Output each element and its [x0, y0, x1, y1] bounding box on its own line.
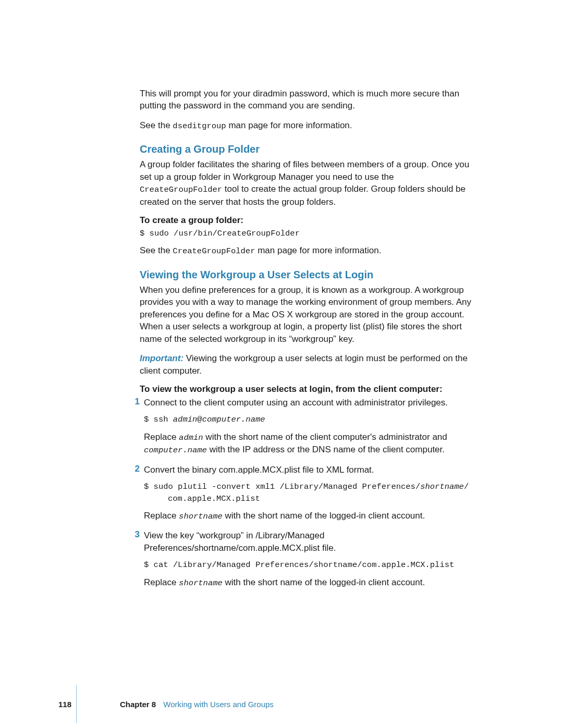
heading-creating-group-folder: Creating a Group Folder: [140, 143, 479, 155]
text: with the short name of the logged-in cli…: [223, 577, 425, 587]
chapter-label: Chapter 8: [120, 700, 156, 709]
important-note: Important: Viewing the workgroup a user …: [140, 352, 479, 377]
step1-text: Connect to the client computer using an …: [144, 397, 479, 409]
intro-paragraph-1: This will prompt you for your diradmin p…: [140, 88, 479, 112]
page-number: 118: [58, 700, 71, 709]
chapter-reference: Chapter 8 Working with Users and Groups: [120, 700, 274, 709]
intro-paragraph-2: See the dseditgroup man page for more in…: [140, 119, 479, 132]
step1-replace: Replace admin with the short name of the…: [144, 431, 479, 456]
chapter-title: Working with Users and Groups: [163, 700, 273, 709]
code-ssh: $ ssh admin@computer.name: [144, 414, 479, 425]
subhead-view-workgroup: To view the workgroup a user selects at …: [140, 384, 479, 394]
document-page: This will prompt you for your diradmin p…: [0, 0, 563, 728]
step-3: 3 View the key “workgroup” in /Library/M…: [140, 529, 479, 594]
text: Replace: [144, 511, 179, 521]
code-plutil: $ sudo plutil -convert xml1 /Library/Man…: [144, 481, 479, 504]
step3-text: View the key “workgroup” in /Library/Man…: [144, 529, 479, 554]
section1-paragraph-1: A group folder facilitates the sharing o…: [140, 158, 479, 208]
text: with the short name of the client comput…: [203, 432, 447, 442]
code-create-group-folder: $ sudo /usr/bin/CreateGroupFolder: [140, 228, 479, 239]
inline-code-dseditgroup: dseditgroup: [173, 121, 226, 131]
step2-replace: Replace shortname with the short name of…: [144, 510, 479, 522]
step-body: Convert the binary com.apple.MCX.plist f…: [144, 464, 479, 528]
code-line2: com.apple.MCX.plist: [144, 493, 479, 504]
section2-paragraph-1: When you define preferences for a group,…: [140, 284, 479, 345]
step2-text: Convert the binary com.apple.MCX.plist f…: [144, 464, 479, 476]
page-footer: 118 Chapter 8 Working with Users and Gro…: [0, 685, 563, 728]
step-2: 2 Convert the binary com.apple.MCX.plist…: [140, 464, 479, 528]
code-var-shortname: shortname: [420, 482, 464, 491]
inline-var-admin: admin: [179, 433, 203, 442]
footer-divider: [76, 685, 77, 723]
inline-var-computer-name: computer.name: [144, 446, 207, 455]
text: See the: [140, 120, 173, 130]
step-number: 1: [128, 397, 144, 407]
step-number: 3: [128, 529, 144, 540]
code-var-admin: admin: [173, 415, 198, 424]
text: with the short name of the logged-in cli…: [223, 511, 425, 521]
text: man page for more information.: [226, 120, 352, 130]
heading-viewing-workgroup: Viewing the Workgroup a User Selects at …: [140, 269, 479, 281]
step-body: Connect to the client computer using an …: [144, 397, 479, 462]
text: See the: [140, 245, 173, 255]
code-cat: $ cat /Library/Managed Preferences/short…: [144, 559, 479, 571]
text: @: [197, 415, 202, 424]
text: Replace: [144, 432, 179, 442]
text: A group folder facilitates the sharing o…: [140, 159, 469, 181]
text: with the IP address or the DNS name of t…: [207, 445, 445, 454]
inline-code-creategroupfolder: CreateGroupFolder: [140, 185, 222, 194]
step-1: 1 Connect to the client computer using a…: [140, 397, 479, 462]
text: $ ssh: [144, 415, 173, 424]
inline-var-shortname: shortname: [179, 512, 223, 521]
important-label: Important:: [140, 353, 186, 363]
text: Replace: [144, 577, 179, 587]
step-body: View the key “workgroup” in /Library/Man…: [144, 529, 479, 594]
step-number: 2: [128, 464, 144, 474]
inline-var-shortname: shortname: [179, 578, 223, 588]
step3-replace: Replace shortname with the short name of…: [144, 576, 479, 589]
subhead-create-group-folder: To create a group folder:: [140, 215, 479, 226]
text: /: [464, 482, 469, 491]
text: $ sudo plutil -convert xml1 /Library/Man…: [144, 482, 420, 491]
code-var-computer-name: computer.name: [202, 415, 265, 424]
text: man page for more information.: [255, 245, 381, 255]
text: Viewing the workgroup a user selects at …: [140, 353, 468, 375]
section1-paragraph-2: See the CreateGroupFolder man page for m…: [140, 244, 479, 257]
inline-code-creategroupfolder: CreateGroupFolder: [173, 246, 255, 256]
